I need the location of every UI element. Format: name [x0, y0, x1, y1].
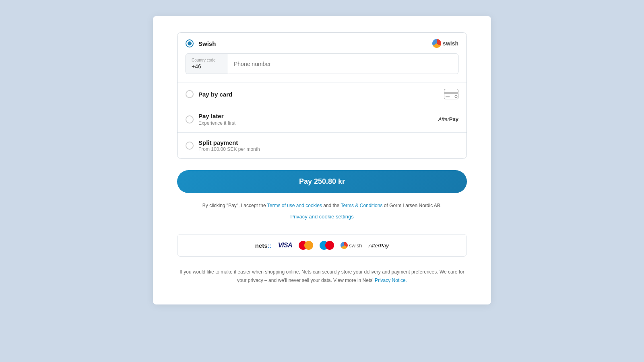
- swish-logo-text: swish: [443, 40, 458, 47]
- card-option-left: Pay by card: [186, 90, 232, 98]
- split-radio[interactable]: [186, 142, 194, 150]
- pay-by-card-option[interactable]: Pay by card: [178, 82, 466, 106]
- pay-later-sublabel: Experience it first: [198, 120, 235, 126]
- phone-input[interactable]: [228, 54, 458, 74]
- swish-radio-inner: [188, 41, 192, 45]
- terms-suffix: of Gorm Larsen Nordic AB.: [382, 203, 442, 208]
- payment-card: Swish swish Country code +46 Pay by card: [177, 32, 467, 159]
- mc-circle-orange: [304, 241, 313, 250]
- terms-middle: and the: [322, 203, 341, 208]
- terms-link1[interactable]: Terms of use and cookies: [267, 203, 322, 208]
- svg-rect-1: [444, 92, 458, 94]
- mastercard-logo: [299, 241, 313, 250]
- footer-text: If you would like to make it easier when…: [177, 268, 467, 284]
- country-code-label: Country code: [192, 58, 222, 62]
- terms-link2[interactable]: Terms & Conditions: [341, 203, 382, 208]
- country-code-value: +46: [192, 63, 222, 70]
- swish-radio[interactable]: [186, 39, 194, 47]
- swish-option-left: Swish: [186, 39, 216, 47]
- svg-point-3: [455, 95, 457, 98]
- swish-badge-text: swish: [349, 243, 362, 249]
- pay-button[interactable]: Pay 250.80 kr: [177, 170, 467, 193]
- swish-badge: swish: [341, 242, 362, 249]
- swish-option-header: Swish swish: [186, 39, 458, 48]
- split-payment-option[interactable]: Split payment From 100.00 SEK per month: [178, 133, 466, 158]
- payment-logos: nets:: VISA swish AfterPay: [177, 234, 467, 257]
- maestro-circle-red: [325, 241, 334, 250]
- privacy-link[interactable]: Privacy and cookie settings: [177, 214, 467, 220]
- footer-privacy-link[interactable]: Privacy Notice.: [375, 278, 407, 283]
- svg-rect-2: [446, 96, 450, 97]
- card-label: Pay by card: [198, 91, 232, 98]
- swish-logo: swish: [432, 39, 458, 48]
- swish-badge-circle: [341, 242, 348, 249]
- pay-later-radio[interactable]: [186, 115, 194, 123]
- terms-prefix: By clicking "Pay", I accept the: [202, 203, 267, 208]
- afterpay-badge: AfterPay: [369, 243, 389, 249]
- split-option-left: Split payment From 100.00 SEK per month: [186, 139, 260, 152]
- split-sublabel: From 100.00 SEK per month: [198, 146, 260, 152]
- footer-prefix: If you would like to make it easier when…: [180, 269, 464, 283]
- visa-logo: VISA: [278, 242, 292, 249]
- swish-option: Swish swish Country code +46: [178, 33, 466, 82]
- split-label: Split payment: [198, 139, 260, 146]
- split-label-group: Split payment From 100.00 SEK per month: [198, 139, 260, 152]
- swish-logo-circle: [432, 39, 441, 48]
- phone-input-row: Country code +46: [186, 53, 458, 74]
- page-container: Swish swish Country code +46 Pay by card: [153, 16, 491, 304]
- terms-text: By clicking "Pay", I accept the Terms of…: [177, 202, 467, 210]
- nets-dots: ::: [268, 242, 272, 249]
- card-icon: [444, 89, 458, 99]
- afterpay-logo: AfterPay: [438, 116, 458, 122]
- country-code-box: Country code +46: [186, 54, 228, 74]
- card-radio[interactable]: [186, 90, 194, 98]
- pay-later-label: Pay later: [198, 113, 235, 119]
- nets-logo: nets::: [255, 242, 272, 249]
- pay-later-option[interactable]: Pay later Experience it first AfterPay: [178, 106, 466, 133]
- maestro-logo: [320, 241, 334, 250]
- pay-later-label-group: Pay later Experience it first: [198, 113, 235, 126]
- swish-label: Swish: [198, 40, 216, 47]
- pay-later-left: Pay later Experience it first: [186, 113, 235, 126]
